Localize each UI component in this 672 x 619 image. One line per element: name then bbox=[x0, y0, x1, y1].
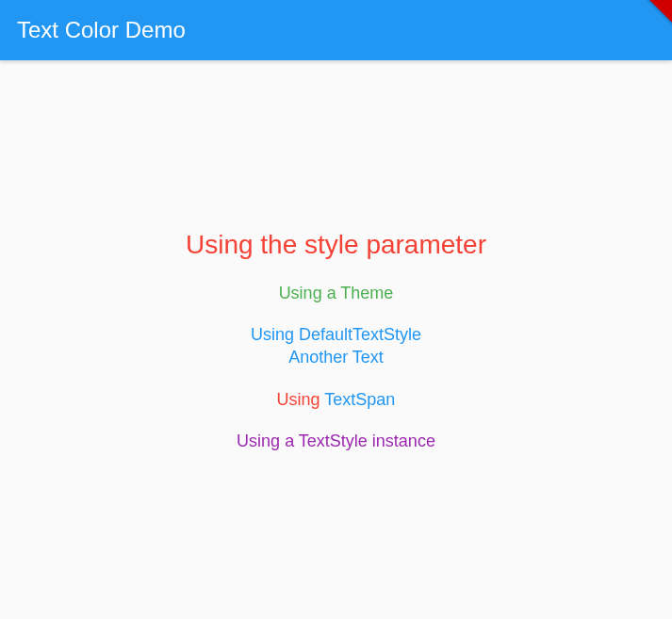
appbar: Text Color Demo bbox=[0, 0, 672, 60]
text-theme: Using a Theme bbox=[279, 282, 394, 304]
text-default-text-style-line1: Using DefaultTextStyle bbox=[251, 323, 421, 346]
textspan-part2: TextSpan bbox=[324, 390, 395, 409]
appbar-title: Text Color Demo bbox=[17, 17, 186, 43]
text-textspan: Using TextSpan bbox=[277, 388, 396, 411]
text-textstyle-instance: Using a TextStyle instance bbox=[237, 430, 435, 452]
debug-banner-icon bbox=[622, 0, 672, 39]
text-default-text-style-line2: Another Text bbox=[251, 346, 421, 368]
text-default-text-style: Using DefaultTextStyle Another Text bbox=[251, 323, 421, 369]
content-body: Using the style parameter Using a Theme … bbox=[0, 60, 672, 619]
textspan-part1: Using bbox=[277, 390, 325, 409]
text-style-parameter: Using the style parameter bbox=[186, 227, 486, 263]
